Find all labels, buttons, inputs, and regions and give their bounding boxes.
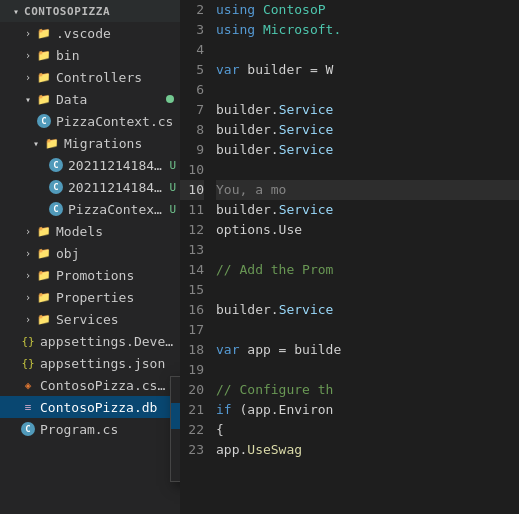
sidebar-item-models[interactable]: › 📁 Models [0,220,180,242]
chevron-right-icon: › [20,50,36,61]
folder-icon: 📁 [36,289,52,305]
status-dot [166,95,174,103]
sidebar-item-obj[interactable]: › 📁 obj [0,242,180,264]
file-explorer: ▾ CONTOSOPIZZA › 📁 .vscode › 📁 bin › 📁 C… [0,0,180,514]
folder-icon: 📁 [36,311,52,327]
sidebar-item-migrations[interactable]: ▾ 📁 Migrations [0,132,180,154]
code-line: using ContosoP [216,0,519,20]
code-content: using ContosoP using Microsoft. var buil… [216,0,519,460]
code-line [216,80,519,100]
code-line: // Add the Prom [216,260,519,280]
chevron-right-icon: › [20,248,36,259]
chevron-right-icon: › [20,314,36,325]
folder-icon: 📁 [36,267,52,283]
item-label: PizzaContextModelSnapshot.cs [68,202,169,217]
line-num: 9 [180,140,204,160]
folder-icon: 📁 [36,69,52,85]
item-label: appsettings.Development.json [40,334,180,349]
item-label: Promotions [56,268,180,283]
line-num: 7 [180,100,204,120]
line-num: 3 [180,20,204,40]
item-label: ContosoPizza.csproj [40,378,169,393]
item-label: bin [56,48,180,63]
folder-icon: 📁 [36,223,52,239]
code-line: var app = builde [216,340,519,360]
root-label: CONTOSOPIZZA [24,5,180,18]
item-label: 20211214184647_InitialCreate.cs [68,158,169,173]
code-line: builder.Service [216,200,519,220]
context-menu-open-db[interactable]: Base de datos abierta [171,403,180,429]
chevron-right-icon: › [20,28,36,39]
code-line: { [216,420,519,440]
line-num: 16 [180,300,204,320]
item-label: .vscode [56,26,180,41]
context-menu-validate[interactable]: Validar esta carpeta [171,377,180,403]
context-menu: Validar esta carpeta Base de datos abier… [170,376,180,482]
badge-u: U [169,203,176,216]
code-line: using Microsoft. [216,20,519,40]
sidebar-item-pizzacontext[interactable]: C PizzaContext.cs [0,110,180,132]
root-item[interactable]: ▾ CONTOSOPIZZA [0,0,180,22]
chevron-right-icon: › [20,226,36,237]
json-icon: {} [20,355,36,371]
cs-icon: C [48,179,64,195]
badge-u: U [169,159,176,172]
code-line [216,40,519,60]
sidebar-item-migration1[interactable]: C 20211214184647_InitialCreate.cs U [0,154,180,176]
sidebar-item-promotions[interactable]: › 📁 Promotions [0,264,180,286]
code-line [216,280,519,300]
csproj-icon: ◈ [20,377,36,393]
line-num: 12 [180,220,204,240]
chevron-right-icon: › [20,270,36,281]
code-line: builder.Service [216,100,519,120]
item-label: Models [56,224,180,239]
line-num: 17 [180,320,204,340]
sidebar-item-properties[interactable]: › 📁 Properties [0,286,180,308]
sidebar-item-services[interactable]: › 📁 Services [0,308,180,330]
cs-icon: C [48,201,64,217]
code-editor: 2 3 4 5 6 7 8 9 10 10 11 12 13 14 15 16 … [180,0,519,514]
context-menu-open-side[interactable]: Abrir en el lateral Ctrl+Entrar [171,429,180,455]
line-num: 5 [180,60,204,80]
line-num: 8 [180,120,204,140]
sidebar-item-controllers[interactable]: › 📁 Controllers [0,66,180,88]
chevron-down-icon: ▾ [28,138,44,149]
sidebar-item-migration3[interactable]: C PizzaContextModelSnapshot.cs U [0,198,180,220]
line-num: 19 [180,360,204,380]
cs-icon: C [36,113,52,129]
code-line [216,360,519,380]
code-line [216,320,519,340]
sidebar-item-csproj[interactable]: ◈ ContosoPizza.csproj M [0,374,180,396]
chevron-right-icon: › [20,292,36,303]
line-num: 2 [180,0,204,20]
item-label: ContosoPizza.db [40,400,169,415]
item-label: Properties [56,290,180,305]
badge-u: U [169,181,176,194]
line-num: 18 [180,340,204,360]
sidebar-item-appsettings[interactable]: {} appsettings.json [0,352,180,374]
folder-icon: 📁 [44,135,60,151]
sidebar-item-data[interactable]: ▾ 📁 Data [0,88,180,110]
item-label: Controllers [56,70,180,85]
item-label: Data [56,92,166,107]
item-label: 20211214184647_InitialCreate.Designer.cs [68,180,169,195]
code-line: if (app.Environ [216,400,519,420]
sidebar-item-vscode[interactable]: › 📁 .vscode [0,22,180,44]
line-num: 20 [180,380,204,400]
folder-icon: 📁 [36,25,52,41]
line-num: 13 [180,240,204,260]
sidebar-item-appsettings-dev[interactable]: {} appsettings.Development.json [0,330,180,352]
item-label: obj [56,246,180,261]
line-num: 6 [180,80,204,100]
code-line: app.UseSwag [216,440,519,460]
item-label: PizzaContext.cs [56,114,180,129]
line-num: 15 [180,280,204,300]
code-line [216,240,519,260]
line-num-current: 10 [180,180,204,200]
context-menu-open-with[interactable]: Abrir con [171,455,180,481]
sidebar-item-db[interactable]: ≡ ContosoPizza.db U [0,396,180,418]
sidebar-item-migration2[interactable]: C 20211214184647_InitialCreate.Designer.… [0,176,180,198]
sidebar-item-program[interactable]: C Program.cs [0,418,180,440]
sidebar-item-bin[interactable]: › 📁 bin [0,44,180,66]
line-num: 11 [180,200,204,220]
